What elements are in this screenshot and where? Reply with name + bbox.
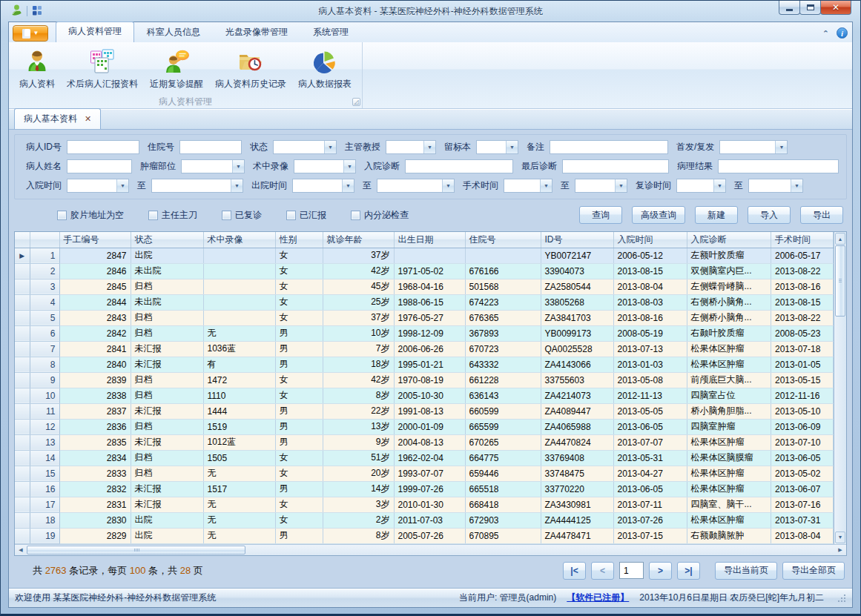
admit-date-to[interactable]: ▼	[151, 179, 243, 193]
next-page-button[interactable]: >	[649, 562, 672, 580]
page-number-input[interactable]	[619, 562, 644, 579]
horizontal-scrollbar[interactable]: ◀ ▶	[15, 544, 846, 555]
table-row[interactable]: 132835未汇报1012蓝男9岁2004-08-13670265ZA44708…	[15, 434, 834, 450]
application-menu-button[interactable]: ▼	[13, 25, 48, 42]
scroll-up-icon[interactable]: ▲	[835, 233, 845, 245]
column-header[interactable]: 性别	[275, 232, 323, 248]
admission-diagnosis-field[interactable]	[405, 159, 513, 173]
table-row[interactable]: 192829出院无男8岁2005-07-26670895ZA4478471201…	[15, 528, 834, 543]
chevron-down-icon[interactable]: ▼	[442, 179, 454, 192]
table-row[interactable]: 82840未汇报有男18岁1995-01-21643332ZA414306620…	[15, 357, 834, 372]
pathology-result-field[interactable]	[718, 159, 839, 173]
ribbon-tab-3[interactable]: 光盘录像带管理	[213, 22, 300, 42]
export-button[interactable]: 导出	[800, 206, 843, 224]
chevron-down-icon[interactable]: ▼	[343, 160, 355, 173]
quick-access-icon[interactable]	[31, 4, 43, 19]
ribbon-tab-1[interactable]: 病人资料管理	[56, 21, 134, 42]
export-current-page-button[interactable]: 导出当前页	[715, 562, 777, 580]
specimen-select[interactable]: ▼	[476, 140, 518, 154]
horizontal-scrollbar-thumb[interactable]	[27, 546, 245, 554]
chevron-down-icon[interactable]: ▼	[232, 160, 244, 173]
column-header[interactable]: 入院时间	[613, 232, 687, 248]
chevron-down-icon[interactable]: ▼	[775, 141, 787, 153]
revisit-date-from[interactable]: ▼	[676, 179, 726, 193]
chevron-down-icon[interactable]: ▼	[324, 141, 336, 153]
chevron-down-icon[interactable]: ▼	[615, 179, 627, 192]
admission-no-field[interactable]	[179, 140, 242, 154]
chevron-down-icon[interactable]: ▼	[423, 141, 435, 153]
table-row[interactable]: 102838归档1110女8岁2005-10-30636143ZA4214073…	[15, 388, 834, 403]
close-button[interactable]: ✕	[820, 1, 851, 15]
final-diagnosis-field[interactable]	[562, 159, 669, 173]
column-header[interactable]: 手工编号	[59, 232, 131, 248]
admit-date-from[interactable]: ▼	[67, 179, 129, 193]
new-button[interactable]: 新建	[695, 206, 738, 224]
import-button[interactable]: 导入	[748, 206, 791, 224]
table-row[interactable]: 182830出院无女2岁2011-07-03672903ZA4444125201…	[15, 512, 834, 528]
chevron-down-icon[interactable]: ▼	[540, 179, 552, 192]
revisit-date-to[interactable]: ▼	[748, 179, 803, 193]
table-row[interactable]: 22846未出院女42岁1971-05-02676166339040732013…	[15, 263, 834, 279]
chevron-down-icon[interactable]: ▼	[342, 179, 354, 192]
status-select[interactable]: ▼	[273, 140, 337, 154]
table-row[interactable]: 142834归档1505女51岁1962-02-0466477533769408…	[15, 450, 834, 466]
tab-patient-basic-info[interactable]: 病人基本资料 ✕	[14, 108, 101, 129]
advanced-query-button[interactable]: 高级查询	[632, 206, 685, 224]
column-header[interactable]: 术中录像	[203, 232, 275, 248]
table-row[interactable]: 112837未汇报1444男22岁1991-08-13660599ZA40894…	[15, 403, 834, 419]
horizontal-scrollbar-track[interactable]	[245, 545, 834, 555]
scroll-left-icon[interactable]: ◀	[15, 545, 27, 555]
column-header[interactable]: ID号	[541, 232, 613, 248]
prev-page-button[interactable]: <	[591, 562, 614, 580]
chevron-down-icon[interactable]: ▼	[713, 179, 725, 192]
info-icon[interactable]: i	[837, 27, 848, 39]
intraop-video-select[interactable]: ▼	[294, 159, 356, 173]
dialog-launcher-icon[interactable]: ◿	[352, 98, 360, 106]
scroll-down-icon[interactable]: ▼	[835, 531, 845, 543]
surgery-date-to[interactable]: ▼	[575, 179, 627, 193]
surgery-date-from[interactable]: ▼	[504, 179, 552, 193]
first-relapse-select[interactable]: ▼	[719, 140, 788, 154]
ribbon-tab-2[interactable]: 科室人员信息	[134, 22, 213, 42]
discharge-date-to[interactable]: ▼	[377, 179, 455, 193]
chief-surgeon-checkbox-box[interactable]	[148, 211, 158, 220]
resize-grip[interactable]	[837, 594, 846, 603]
scroll-right-icon[interactable]: ▶	[834, 545, 846, 555]
table-row[interactable]: 42844未出院女25岁1988-06-15674223338052682013…	[15, 294, 834, 310]
patient-name-field[interactable]	[67, 159, 132, 173]
vertical-scrollbar-thumb[interactable]	[835, 245, 845, 317]
column-header[interactable]: 就诊年龄	[323, 232, 394, 248]
column-header[interactable]: 手术时间	[771, 232, 834, 248]
table-row[interactable]: 72841未汇报1036蓝男7岁2006-06-26670723QA002552…	[15, 341, 834, 357]
last-page-button[interactable]: >|	[677, 562, 700, 580]
query-button[interactable]: 查询	[579, 206, 622, 224]
chevron-down-icon[interactable]: ▼	[116, 179, 128, 192]
ribbon-button[interactable]: 术后病人汇报资料	[61, 45, 144, 92]
table-row[interactable]: 32845归档女45岁1968-04-16501568ZA25805442013…	[15, 279, 834, 294]
ribbon-collapse-icon[interactable]: ⌃	[822, 31, 829, 36]
ribbon-button[interactable]: 病人资料历史记录	[209, 45, 292, 92]
revisited-checkbox-box[interactable]	[222, 211, 231, 220]
chevron-down-icon[interactable]: ▼	[506, 141, 518, 153]
ribbon-button[interactable]: 病人数据报表	[292, 45, 357, 92]
tumor-site-select[interactable]: ▼	[181, 159, 245, 173]
software-registered-link[interactable]: 【软件已注册】	[567, 592, 629, 604]
vertical-scrollbar[interactable]: ▲ ▼	[834, 232, 846, 544]
table-row[interactable]: 122836归档1519男13岁2000-01-09665599ZA406598…	[15, 419, 834, 434]
column-header[interactable]: 出生日期	[394, 232, 465, 248]
minimize-button[interactable]	[779, 1, 800, 15]
film-address-empty-checkbox-box[interactable]	[57, 211, 67, 220]
ribbon-button[interactable]: 病人资料	[13, 45, 61, 92]
column-header[interactable]: 状态	[131, 232, 203, 248]
table-row[interactable]: 52843归档女37岁1976-05-27676365ZA38417032013…	[15, 310, 834, 325]
column-header[interactable]: 住院号	[465, 232, 541, 248]
chevron-down-icon[interactable]: ▼	[791, 179, 802, 192]
reported-checkbox-box[interactable]	[286, 211, 296, 220]
export-all-pages-button[interactable]: 导出全部页	[782, 562, 845, 580]
chevron-down-icon[interactable]: ▼	[231, 179, 243, 192]
table-row[interactable]: 162832未汇报1517男14岁1999-07-266655183377022…	[15, 481, 834, 497]
first-page-button[interactable]: |<	[563, 562, 586, 580]
table-row[interactable]: 92839归档1472女42岁1970-08-19661228337556032…	[15, 372, 834, 388]
table-row[interactable]: ▶12847出院女37岁YB00721472006-05-12左额叶胶质瘤200…	[15, 248, 834, 263]
remarks-field[interactable]	[550, 140, 668, 154]
